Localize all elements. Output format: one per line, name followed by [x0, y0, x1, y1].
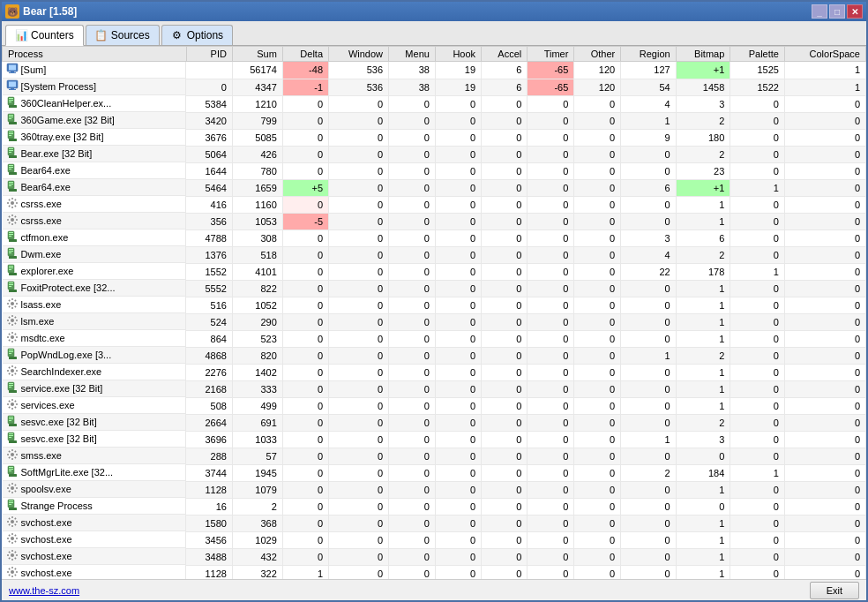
col-header-timer[interactable]: Timer	[528, 47, 574, 62]
cell-region: 54	[621, 79, 676, 95]
cell-window: 0	[329, 448, 389, 464]
cell-hook: 0	[435, 246, 481, 263]
cell-menu: 0	[389, 364, 436, 380]
exit-button[interactable]: Exit	[810, 582, 859, 599]
col-header-pid[interactable]: PID	[186, 47, 232, 62]
table-row[interactable]: msdtc.exe86452300000000100	[3, 330, 866, 347]
process-icon	[6, 147, 19, 161]
col-header-sum[interactable]: Sum	[232, 47, 282, 62]
cell-window: 0	[329, 347, 389, 364]
table-row[interactable]: 360CleanHelper.ex...5384121000000004300	[3, 95, 866, 112]
table-row[interactable]: SoftMgrLite.exe [32...374419450000000218…	[3, 464, 866, 481]
cell-sum: 2	[232, 498, 282, 515]
col-header-bitmap[interactable]: Bitmap	[676, 47, 730, 62]
cell-pid: 3456	[186, 531, 232, 548]
process-icon	[6, 549, 19, 563]
cell-timer: -65	[528, 62, 574, 79]
table-row[interactable]: Bear64.exe1644780000000002300	[3, 162, 866, 179]
cell-palette: 0	[730, 548, 785, 565]
svg-rect-93	[9, 508, 17, 510]
cell-region: 0	[621, 196, 676, 213]
table-row[interactable]: svchost.exe3456102900000000100	[3, 531, 866, 548]
svg-rect-16	[9, 117, 13, 117]
cell-timer: 0	[528, 397, 574, 414]
col-header-colorspace[interactable]: ColorSpace	[784, 47, 865, 62]
process-icon	[6, 180, 19, 194]
cell-palette: 0	[730, 213, 785, 230]
table-row[interactable]: ctfmon.exe478830800000003600	[3, 230, 866, 246]
cell-menu: 0	[389, 263, 436, 280]
table-row[interactable]: lsm.exe52429000000000100	[3, 313, 866, 330]
maximize-button[interactable]: □	[829, 4, 845, 19]
cell-accel: 0	[482, 179, 528, 196]
col-header-process[interactable]: Process	[3, 47, 187, 62]
table-row[interactable]: svchost.exe112832210000000100	[3, 565, 866, 579]
table-row[interactable]: smss.exe2885700000000000	[3, 448, 866, 464]
tab-counters[interactable]: 📊 Counters	[5, 25, 84, 46]
cell-pid: 3488	[186, 548, 232, 565]
table-row[interactable]: spoolsv.exe1128107900000000100	[3, 481, 866, 498]
table-row[interactable]: Bear.exe [32 Bit]506442600000000200	[3, 146, 866, 162]
cell-timer: 0	[528, 464, 574, 481]
table-row[interactable]: [System Process]04347-153638196-65120541…	[3, 79, 866, 95]
cell-region: 0	[621, 498, 676, 515]
col-header-accel[interactable]: Accel	[482, 47, 528, 62]
svg-rect-49	[9, 252, 11, 253]
tab-options[interactable]: ⚙ Options	[161, 25, 233, 45]
svg-rect-82	[9, 433, 13, 434]
cell-process: explorer.exe	[3, 263, 187, 280]
close-button[interactable]: ✕	[847, 4, 863, 19]
process-name: lsass.exe	[21, 299, 62, 310]
col-header-window[interactable]: Window	[329, 47, 389, 62]
table-row[interactable]: svchost.exe158036800000000100	[3, 515, 866, 531]
table-row[interactable]: svchost.exe348843200000000100	[3, 548, 866, 565]
col-header-hook[interactable]: Hook	[435, 47, 481, 62]
cell-timer: 0	[528, 330, 574, 347]
cell-window: 0	[329, 498, 389, 515]
col-header-region[interactable]: Region	[621, 47, 676, 62]
col-header-menu[interactable]: Menu	[389, 47, 436, 62]
table-row[interactable]: PopWndLog.exe [3...486882000000001200	[3, 347, 866, 364]
table-row[interactable]: explorer.exe1552410100000002217810	[3, 263, 866, 280]
cell-colorspace: 0	[784, 179, 865, 196]
cell-palette: 0	[730, 431, 785, 448]
cell-bitmap: 3	[676, 431, 730, 448]
cell-colorspace: 0	[784, 129, 865, 146]
col-header-delta[interactable]: Delta	[282, 47, 328, 62]
table-row[interactable]: Strange Process16200000000000	[3, 498, 866, 515]
cell-process: csrss.exe	[3, 213, 187, 230]
cell-process: sesvc.exe [32 Bit]	[3, 431, 187, 448]
col-header-palette[interactable]: Palette	[730, 47, 785, 62]
table-row[interactable]: FoxitProtect.exe [32...55528220000000010…	[3, 280, 866, 297]
table-row[interactable]: csrss.exe416116000000000100	[3, 196, 866, 213]
cell-sum: 1079	[232, 481, 282, 498]
table-row[interactable]: 360Game.exe [32 Bit]342079900000001200	[3, 112, 866, 129]
table-row[interactable]: 360tray.exe [32 Bit]36765085000000091800…	[3, 129, 866, 146]
cell-pid: 356	[186, 213, 232, 230]
col-header-other[interactable]: Other	[574, 47, 621, 62]
table-row[interactable]: Bear64.exe54641659+50000006+110	[3, 179, 866, 196]
tab-sources[interactable]: 📋 Sources	[86, 25, 160, 45]
cell-delta: 0	[282, 146, 328, 162]
cell-window: 0	[329, 112, 389, 129]
table-row[interactable]: SearchIndexer.exe2276140200000000100	[3, 364, 866, 380]
process-name: msdtc.exe	[21, 333, 65, 343]
website-link[interactable]: www.the-sz.com	[9, 585, 79, 596]
cell-pid: 416	[186, 196, 232, 213]
statusbar: www.the-sz.com Exit	[2, 579, 866, 600]
table-row[interactable]: sesvc.exe [32 Bit]3696103300000001300	[3, 431, 866, 448]
table-row[interactable]: service.exe [32 Bit]216833300000000100	[3, 380, 866, 397]
table-row[interactable]: csrss.exe3561053-50000000100	[3, 213, 866, 230]
table-container[interactable]: Process PID Sum Delta Window Menu Hook A…	[2, 46, 866, 579]
cell-delta: 0	[282, 464, 328, 481]
table-row[interactable]: [Sum]56174-4853638196-65120127+115251	[3, 62, 866, 79]
table-row[interactable]: sesvc.exe [32 Bit]266469100000000200	[3, 414, 866, 431]
table-row[interactable]: Dwm.exe137651800000004200	[3, 246, 866, 263]
cell-process: smss.exe	[3, 448, 187, 464]
table-row[interactable]: services.exe50849900000000100	[3, 397, 866, 414]
cell-timer: 0	[528, 515, 574, 531]
cell-pid: 524	[186, 313, 232, 330]
svg-rect-54	[9, 269, 11, 270]
minimize-button[interactable]: _	[812, 4, 827, 19]
table-row[interactable]: lsass.exe516105200000000100	[3, 297, 866, 313]
